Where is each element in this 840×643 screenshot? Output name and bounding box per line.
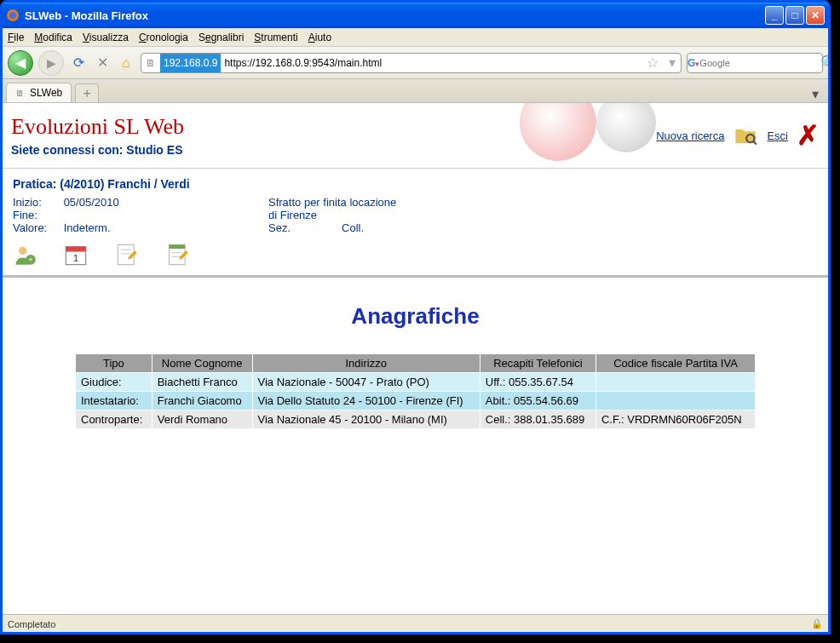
calendar-icon[interactable]: 1 xyxy=(64,243,88,267)
menu-bookmarks[interactable]: Segnalibri xyxy=(198,32,244,43)
page-content: Evoluzioni SL Web Siete connessi con: St… xyxy=(3,103,828,614)
stop-button[interactable]: ✕ xyxy=(93,54,112,72)
cell-recapiti: Abit.: 055.54.56.69 xyxy=(480,392,595,410)
tab-page-icon: 🗎 xyxy=(15,88,25,98)
search-box[interactable]: G▾ 🔍 xyxy=(687,53,823,73)
svg-text:1: 1 xyxy=(73,252,78,263)
close-button[interactable]: ✕ xyxy=(806,6,825,25)
tab-slweb[interactable]: 🗎 SLWeb xyxy=(6,83,72,102)
case-col-left: Inizio: 05/05/2010 Fine: Valore: Indeter… xyxy=(13,196,217,234)
inizio-label: Inizio: xyxy=(13,196,60,209)
valore-value: Indeterm. xyxy=(64,221,111,234)
fine-label: Fine: xyxy=(13,209,60,221)
new-tab-button[interactable]: + xyxy=(75,83,99,102)
svg-rect-8 xyxy=(66,247,85,252)
edit-list-icon[interactable] xyxy=(166,243,190,267)
inizio-value: 05/05/2010 xyxy=(64,196,119,209)
url-ip-badge: 192.168.0.9 xyxy=(160,54,221,72)
table-row[interactable]: Giudice: Biachetti Franco Via Nazionale … xyxy=(76,373,756,392)
menu-edit[interactable]: Modifica xyxy=(34,32,72,43)
th-recapiti: Recapiti Telefonici xyxy=(480,354,595,373)
titlebar: SLWeb - Mozilla Firefox _ □ ✕ xyxy=(3,3,828,28)
cell-nome: Verdi Romano xyxy=(152,410,252,429)
valore-label: Valore: xyxy=(13,221,60,234)
folder-search-icon[interactable] xyxy=(733,123,758,148)
reload-button[interactable]: ⟳ xyxy=(69,54,88,72)
table-row[interactable]: Intestatario: Franchi Giacomo Via Dello … xyxy=(76,392,756,410)
anagrafiche-table: Tipo Nome Cognome Indirizzo Recapiti Tel… xyxy=(75,353,756,429)
cell-recapiti: Uff.: 055.35.67.54 xyxy=(480,373,595,392)
table-header-row: Tipo Nome Cognome Indirizzo Recapiti Tel… xyxy=(76,354,756,373)
back-button[interactable]: ◀ xyxy=(8,50,33,76)
page-icon: 🗎 xyxy=(141,54,160,72)
lock-icon: 🔒 xyxy=(811,618,823,629)
google-icon: G▾ xyxy=(688,57,699,69)
bookmark-star-icon[interactable]: ☆ xyxy=(642,55,664,71)
cell-nome: Biachetti Franco xyxy=(152,373,252,392)
cell-indirizzo: Via Dello Statuto 24 - 50100 - Firenze (… xyxy=(252,392,480,410)
sez-label: Sez. xyxy=(268,221,291,234)
section-title: Anagrafiche xyxy=(75,303,756,330)
cell-tipo: Giudice: xyxy=(76,373,152,392)
cell-cf: C.F.: VRDRMN60R06F205N xyxy=(595,410,755,429)
url-input[interactable] xyxy=(221,54,642,72)
menu-view[interactable]: Visualizza xyxy=(83,32,129,43)
cell-nome: Franchi Giacomo xyxy=(152,392,252,410)
cell-indirizzo: Via Nazionale - 50047 - Prato (PO) xyxy=(252,373,480,392)
svg-line-3 xyxy=(754,141,757,145)
edit-note-icon[interactable] xyxy=(115,243,139,267)
status-bar: Completato 🔒 xyxy=(3,614,828,633)
url-bar[interactable]: 🗎 192.168.0.9 ☆ ▾ xyxy=(141,53,682,73)
window-controls: _ □ ✕ xyxy=(765,6,825,25)
case-desc-2: di Firenze xyxy=(268,209,473,221)
header-left: Evoluzioni SL Web Siete connessi con: St… xyxy=(11,114,503,157)
cell-cf xyxy=(595,392,755,410)
tab-bar: 🗎 SLWeb + ▾ xyxy=(3,79,828,103)
case-col-right: Sfratto per finita locazione di Firenze … xyxy=(268,196,473,234)
menu-tools[interactable]: Strumenti xyxy=(254,32,297,43)
cell-tipo: Controparte: xyxy=(76,410,152,429)
browser-window: SLWeb - Mozilla Firefox _ □ ✕ File Modif… xyxy=(0,0,831,634)
th-indirizzo: Indirizzo xyxy=(252,354,480,373)
url-dropdown-icon[interactable]: ▾ xyxy=(664,55,681,71)
menu-file[interactable]: File xyxy=(8,32,24,43)
svg-rect-14 xyxy=(170,244,186,249)
menu-help[interactable]: Aiuto xyxy=(308,32,331,43)
minimize-button[interactable]: _ xyxy=(765,6,784,25)
search-input[interactable] xyxy=(699,58,817,68)
firefox-icon xyxy=(6,9,20,22)
case-title: Pratica: (4/2010) Franchi / Verdi xyxy=(13,177,818,191)
forward-button[interactable]: ▶ xyxy=(38,50,64,76)
menubar: File Modifica Visualizza Cronologia Segn… xyxy=(3,28,828,47)
svg-point-4 xyxy=(19,247,26,255)
user-icon[interactable]: + xyxy=(13,243,37,267)
list-tabs-button[interactable]: ▾ xyxy=(806,86,825,102)
menu-history[interactable]: Cronologia xyxy=(139,32,188,43)
status-text: Completato xyxy=(8,619,55,629)
nuova-ricerca-link[interactable]: Nuova ricerca xyxy=(656,129,724,142)
maximize-button[interactable]: □ xyxy=(785,6,804,25)
th-cf: Codice fiscale Partita IVA xyxy=(595,354,755,373)
cell-recapiti: Cell.: 388.01.35.689 xyxy=(480,410,595,429)
svg-point-1 xyxy=(9,12,16,19)
case-info: Pratica: (4/2010) Franchi / Verdi Inizio… xyxy=(3,169,828,278)
action-icons: + 1 xyxy=(13,243,818,267)
search-icon[interactable]: 🔍 xyxy=(817,55,831,71)
coll-label: Coll. xyxy=(342,221,364,234)
main-section: Anagrafiche Tipo Nome Cognome Indirizzo … xyxy=(3,278,828,455)
home-button[interactable]: ⌂ xyxy=(117,54,135,72)
header-decoration xyxy=(503,110,656,161)
cell-cf xyxy=(595,373,755,392)
tab-label: SLWeb xyxy=(30,87,62,99)
th-tipo: Tipo xyxy=(76,354,152,373)
app-header: Evoluzioni SL Web Siete connessi con: St… xyxy=(3,103,828,169)
exit-icon[interactable]: ✗ xyxy=(797,119,820,152)
cell-indirizzo: Via Nazionale 45 - 20100 - Milano (MI) xyxy=(252,410,480,429)
svg-text:+: + xyxy=(28,255,32,264)
th-nome: Nome Cognome xyxy=(152,354,252,373)
table-row[interactable]: Controparte: Verdi Romano Via Nazionale … xyxy=(76,410,756,429)
esci-link[interactable]: Esci xyxy=(767,129,788,142)
toolbar: ◀ ▶ ⟳ ✕ ⌂ 🗎 192.168.0.9 ☆ ▾ G▾ 🔍 xyxy=(3,47,828,79)
case-desc-1: Sfratto per finita locazione xyxy=(268,196,473,209)
connected-label: Siete connessi con: Studio ES xyxy=(11,143,503,157)
